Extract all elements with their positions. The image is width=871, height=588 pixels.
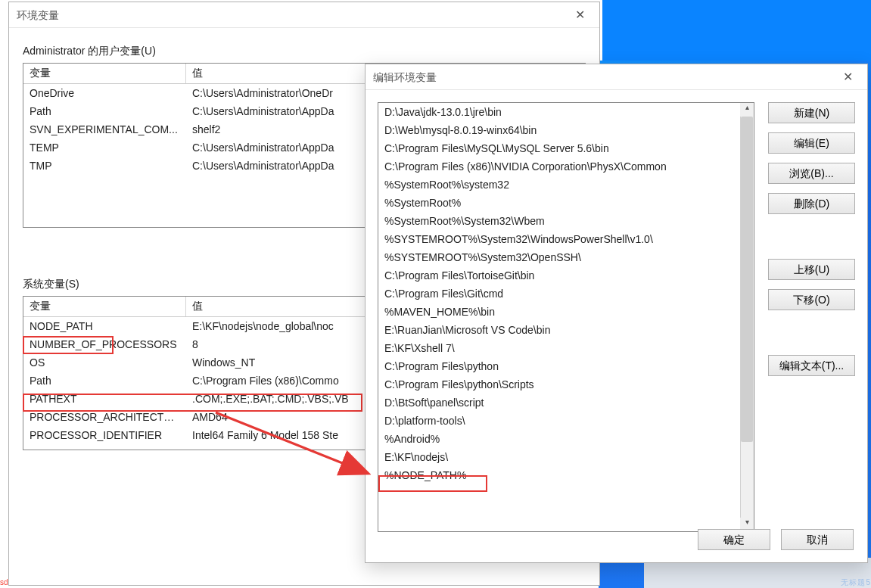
watermark: 无标题5 [841,577,871,588]
list-item[interactable]: C:\Program Files\Git\cmd [378,285,754,303]
move-down-button[interactable]: 下移(O) [768,289,855,310]
list-item[interactable]: C:\Program Files\python [378,357,754,375]
var-name: OneDrive [23,84,186,102]
col-variable[interactable]: 变量 [23,64,186,83]
var-name: PATHEXT [23,390,186,408]
titlebar-env[interactable]: 环境变量 ✕ [9,2,599,28]
browse-button[interactable]: 浏览(B)... [768,163,855,184]
var-name: NODE_PATH [23,317,186,335]
path-listbox[interactable]: D:\Java\jdk-13.0.1\jre\binD:\Web\mysql-8… [378,102,754,532]
var-name: Path [23,102,186,120]
scroll-up-arrow[interactable]: ▴ [740,103,754,117]
new-button[interactable]: 新建(N) [768,102,855,123]
list-item[interactable]: %NODE_PATH% [378,466,754,484]
scroll-thumb[interactable] [741,117,753,442]
var-name: TMP [23,157,186,175]
list-item[interactable]: %SystemRoot%\System32\Wbem [378,212,754,230]
close-icon[interactable]: ✕ [568,2,592,28]
list-item[interactable]: %SystemRoot%\system32 [378,176,754,194]
titlebar-edit[interactable]: 编辑环境变量 ✕ [366,64,867,90]
close-icon[interactable]: ✕ [835,64,860,90]
var-name: PROCESSOR_LEVEL [23,444,186,450]
vertical-scrollbar[interactable]: ▴ ▾ [740,103,754,531]
list-item[interactable]: %SYSTEMROOT%\System32\WindowsPowerShell\… [378,230,754,248]
list-item[interactable]: E:\RuanJian\Microsoft VS Code\bin [378,321,754,339]
var-name: OS [23,353,186,372]
move-up-button[interactable]: 上移(U) [768,259,855,280]
list-item[interactable]: C:\Program Files\python\Scripts [378,375,754,394]
ok-button[interactable]: 确定 [698,529,770,550]
var-name: NUMBER_OF_PROCESSORS [23,335,186,353]
var-name: Path [23,372,186,390]
col-variable[interactable]: 变量 [23,297,186,316]
margin-text: sd [0,578,8,586]
var-name: PROCESSOR_IDENTIFIER [23,426,186,444]
list-item[interactable]: D:\platform-tools\ [378,412,754,430]
list-item[interactable]: C:\Program Files\TortoiseGit\bin [378,266,754,285]
user-vars-label: Administrator 的用户变量(U) [23,45,599,58]
edit-path-window: 编辑环境变量 ✕ D:\Java\jdk-13.0.1\jre\binD:\We… [365,64,868,563]
list-item[interactable]: D:\BtSoft\panel\script [378,394,754,412]
list-item[interactable]: C:\Program Files (x86)\NVIDIA Corporatio… [378,157,754,176]
list-item[interactable]: D:\Web\mysql-8.0.19-winx64\bin [378,121,754,139]
var-name: TEMP [23,138,186,157]
list-item[interactable]: %SystemRoot% [378,194,754,212]
titlebar-title: 环境变量 [17,2,568,28]
list-item[interactable]: E:\KF\nodejs\ [378,448,754,466]
list-item[interactable]: E:\KF\Xshell 7\ [378,339,754,357]
cancel-button[interactable]: 取消 [781,529,854,550]
edit-button[interactable]: 编辑(E) [768,132,855,154]
titlebar-title: 编辑环境变量 [373,64,835,90]
edit-text-button[interactable]: 编辑文本(T)... [768,355,855,376]
list-item[interactable]: %Android% [378,430,754,448]
list-item[interactable]: %MAVEN_HOME%\bin [378,303,754,321]
delete-button[interactable]: 删除(D) [768,193,855,214]
var-name: PROCESSOR_ARCHITECTURE [23,408,186,426]
list-item[interactable]: %SYSTEMROOT%\System32\OpenSSH\ [378,248,754,266]
list-item[interactable]: C:\Program Files\MySQL\MySQL Server 5.6\… [378,139,754,157]
var-name: SVN_EXPERIMENTAL_COM... [23,120,186,138]
list-item[interactable]: D:\Java\jdk-13.0.1\jre\bin [378,103,754,121]
